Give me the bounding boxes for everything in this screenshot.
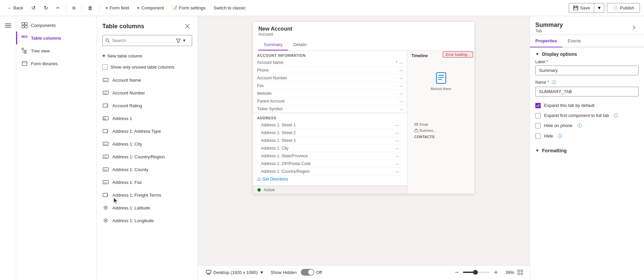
tab-properties[interactable]: Properties: [530, 35, 562, 47]
list-item[interactable]: Abc Address 1: Country/Region: [97, 150, 198, 163]
zoom-in-button[interactable]: [492, 268, 500, 276]
form-field-button[interactable]: + Form field: [102, 3, 132, 12]
delete-icon: 🗑: [88, 5, 93, 11]
form-field-row: Website —: [253, 90, 407, 97]
text-field-icon: Abc: [102, 77, 109, 83]
form-tab-summary[interactable]: Summary: [258, 39, 288, 50]
sidebar-item-table-columns[interactable]: Abc Table columns: [16, 32, 97, 44]
filter-button[interactable]: ▼: [173, 37, 189, 44]
expand-full-info-icon[interactable]: ⓘ: [614, 113, 618, 119]
redo-button[interactable]: ↻: [40, 3, 51, 13]
list-item[interactable]: Address 1: Freight Terms: [97, 189, 198, 201]
svg-line-20: [108, 41, 110, 43]
sidebar-nav: [0, 16, 16, 279]
form-libraries-icon: [22, 61, 28, 67]
delete-button[interactable]: 🗑: [84, 3, 96, 13]
list-item[interactable]: Abc Account Number: [97, 86, 198, 99]
list-item[interactable]: Abc Address 1: City: [97, 137, 198, 150]
form-tab-details[interactable]: Details: [288, 39, 312, 50]
panel-close-button[interactable]: [183, 22, 192, 31]
list-item[interactable]: Abc Address 1: Fax: [97, 176, 198, 189]
column-label: Address 1: Longitude: [112, 218, 154, 223]
expand-tab-checkbox[interactable]: [535, 103, 541, 108]
select-field-icon: [102, 192, 109, 198]
field-value: —: [395, 131, 399, 135]
form-entity: Account: [258, 32, 469, 37]
text-field-icon: Abc: [102, 89, 109, 96]
sidebar-item-form-libraries[interactable]: Form libraries: [16, 57, 97, 70]
desktop-selector-button[interactable]: Desktop (1920 x 1080) ▼: [203, 268, 266, 276]
list-item[interactable]: Abc Address 1: County: [97, 163, 198, 176]
hide-phone-label: Hide on phone: [544, 123, 573, 129]
switch-classic-button[interactable]: Switch to classic: [210, 3, 249, 12]
zoom-out-button[interactable]: [453, 268, 461, 276]
back-button[interactable]: ← Back: [4, 3, 27, 12]
redo-icon: ↻: [44, 5, 48, 11]
undo-button[interactable]: ↺: [28, 3, 39, 13]
primary-contact-row: Email: [412, 121, 470, 127]
expand-full-label: Expand first component to full tab: [544, 113, 609, 119]
list-item[interactable]: Address 1: Address Type: [97, 125, 198, 137]
show-unused-checkbox[interactable]: [102, 64, 108, 70]
right-panel-chevron-button[interactable]: [629, 23, 639, 32]
business-label: Business...: [420, 129, 436, 132]
sidebar-item-components[interactable]: Components: [16, 19, 97, 32]
chevron-down-icon: ▼: [597, 5, 601, 10]
hide-phone-info-icon[interactable]: ⓘ: [577, 123, 582, 129]
list-item[interactable]: Address 1: Latitude: [97, 201, 198, 214]
show-hidden-toggle[interactable]: [301, 269, 314, 276]
error-loading-bar[interactable]: Error loading...: [443, 51, 473, 57]
right-panel-header: Summary Tab: [530, 16, 644, 35]
contacts-label: CONTACTS: [412, 133, 470, 140]
right-panel: Summary Tab Properties Events ▼ Display …: [530, 16, 644, 279]
field-label: Parent Account: [257, 99, 397, 104]
formatting-section-header[interactable]: ▼ Formatting: [530, 144, 644, 156]
field-value: —: [395, 138, 399, 143]
expand-full-checkbox[interactable]: [535, 113, 541, 118]
label-field-group: Label *: [530, 59, 644, 79]
form-preview-header: New Account Account Summary Details: [253, 22, 474, 51]
save-area: 💾 Save ▼: [569, 3, 605, 13]
component-button[interactable]: + Component: [134, 3, 167, 12]
field-value: —: [399, 91, 403, 95]
display-options-section-header[interactable]: ▼ Display options: [530, 47, 644, 59]
form-settings-button[interactable]: 📝 Form settings: [169, 3, 209, 12]
svg-text:Abc: Abc: [104, 92, 107, 94]
map-icon: [257, 177, 261, 181]
account-info-header: ACCOUNT INFORMATION: [253, 51, 407, 59]
list-item[interactable]: Abcdef Address 1: [97, 112, 198, 125]
sidebar-item-tree-view[interactable]: Tree view: [16, 44, 97, 57]
save-button[interactable]: 💾 Save: [569, 3, 595, 13]
search-input[interactable]: [112, 38, 171, 43]
tab-events[interactable]: Events: [562, 35, 586, 47]
canvas-content: New Account Account Summary Details ACCO…: [198, 16, 530, 265]
form-field-row: Account Number —: [253, 74, 407, 82]
zoom-slider[interactable]: [463, 272, 490, 273]
field-value: —: [395, 169, 399, 173]
hide-checkbox[interactable]: [535, 133, 541, 139]
form-main-column: ACCOUNT INFORMATION Account Name * — Pho…: [253, 51, 407, 194]
new-table-column-button[interactable]: + New table column: [97, 50, 198, 62]
publish-button[interactable]: 📄 Publish: [607, 3, 640, 13]
zoom-slider-fill: [463, 272, 474, 273]
field-value: —: [399, 107, 403, 111]
hide-phone-row: Hide on phone ⓘ: [530, 121, 644, 131]
save-dropdown-button[interactable]: ▼: [594, 3, 604, 13]
list-item[interactable]: Address 1: Longitude: [97, 214, 198, 227]
column-label: Account Rating: [112, 103, 142, 108]
hamburger-menu-button[interactable]: [1, 19, 15, 32]
hide-phone-checkbox[interactable]: [535, 123, 541, 128]
fit-screen-button[interactable]: [516, 268, 524, 276]
cut-button[interactable]: ✂: [53, 3, 63, 12]
list-item[interactable]: Abc Account Name: [97, 74, 198, 86]
list-item[interactable]: Account Rating: [97, 99, 198, 112]
name-info-icon[interactable]: ⓘ: [552, 79, 556, 85]
svg-rect-63: [521, 273, 523, 275]
menu-icon: [5, 23, 11, 29]
text-field-icon: Abc: [102, 141, 109, 147]
get-directions-link[interactable]: Get Directions: [257, 175, 403, 183]
copy-button[interactable]: ⧉: [69, 3, 79, 13]
name-input[interactable]: [535, 87, 639, 96]
hide-info-icon[interactable]: ⓘ: [558, 133, 562, 139]
label-input[interactable]: [535, 66, 639, 75]
